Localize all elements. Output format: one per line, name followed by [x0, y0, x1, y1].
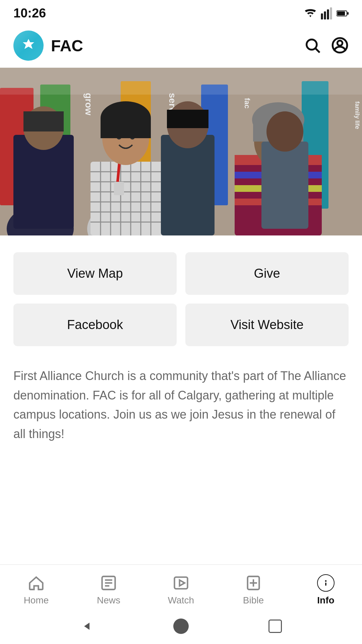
svg-marker-75 [84, 623, 89, 630]
header-title: FAC [51, 37, 304, 55]
search-button[interactable] [304, 37, 321, 55]
facebook-button[interactable]: Facebook [13, 304, 177, 346]
wifi-icon [304, 7, 316, 19]
search-icon [304, 37, 321, 54]
recents-button[interactable] [268, 620, 282, 633]
nav-label-news: News [97, 595, 120, 606]
nav-item-home[interactable]: Home [0, 574, 72, 606]
svg-rect-3 [330, 7, 332, 19]
svg-line-8 [316, 48, 320, 52]
nav-item-watch[interactable]: Watch [145, 574, 217, 606]
view-map-button[interactable]: View Map [13, 252, 177, 295]
logo-icon [20, 37, 37, 54]
watch-icon [172, 574, 190, 592]
svg-point-7 [307, 39, 317, 49]
give-button[interactable]: Give [185, 252, 349, 295]
status-icons [304, 7, 349, 19]
svg-rect-74 [325, 583, 326, 586]
action-buttons-grid: View Map Give Facebook Visit Website [0, 235, 362, 353]
app-logo [13, 31, 44, 61]
profile-button[interactable] [331, 37, 349, 55]
nav-label-bible: Bible [243, 595, 264, 606]
header-actions [304, 37, 349, 55]
bottom-nav: Home News Watch Bible [0, 565, 362, 612]
battery-icon [337, 7, 349, 19]
nav-label-home: Home [24, 595, 49, 606]
svg-marker-69 [180, 580, 185, 586]
nav-label-info: Info [317, 595, 334, 606]
android-nav-bar [0, 612, 362, 644]
svg-rect-1 [324, 11, 326, 19]
app-header: FAC [0, 24, 362, 68]
back-icon [81, 621, 92, 632]
status-time: 10:26 [13, 6, 46, 20]
nav-item-bible[interactable]: Bible [217, 574, 290, 606]
svg-rect-5 [337, 11, 345, 15]
info-icon [321, 578, 330, 588]
nav-label-watch: Watch [168, 595, 194, 606]
news-icon [100, 574, 117, 592]
signal-icon [320, 7, 333, 19]
svg-rect-2 [327, 9, 329, 19]
svg-point-10 [337, 40, 342, 45]
nav-item-info[interactable]: Info [290, 574, 362, 606]
status-bar: 10:26 [0, 0, 362, 24]
visit-website-button[interactable]: Visit Website [185, 304, 349, 346]
home-button[interactable] [173, 619, 189, 634]
description-text: First Alliance Church is a community tha… [0, 353, 362, 464]
svg-rect-6 [347, 12, 349, 15]
svg-point-73 [325, 580, 327, 582]
svg-rect-63 [0, 68, 362, 95]
nav-item-news[interactable]: News [72, 574, 145, 606]
bible-icon [245, 574, 262, 592]
hero-svg: connect grow serve fac family life [0, 68, 362, 235]
profile-icon [331, 37, 349, 54]
hero-image: connect grow serve fac family life [0, 68, 362, 235]
info-circle [317, 574, 335, 592]
svg-rect-0 [321, 13, 323, 19]
home-icon [27, 574, 45, 592]
back-button[interactable] [80, 620, 94, 633]
